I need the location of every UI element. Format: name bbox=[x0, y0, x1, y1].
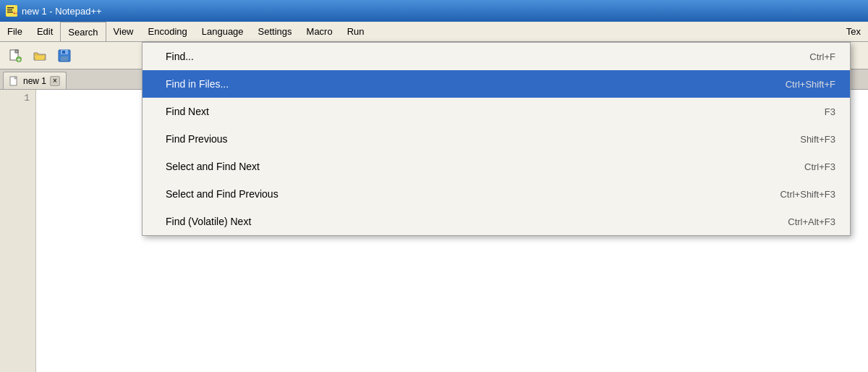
open-icon bbox=[33, 48, 47, 63]
menu-macro[interactable]: Macro bbox=[299, 22, 340, 41]
search-dropdown-menu: Find... Ctrl+F Find in Files... Ctrl+Shi… bbox=[142, 42, 851, 236]
svg-rect-12 bbox=[61, 56, 68, 61]
menu-item-find[interactable]: Find... Ctrl+F bbox=[142, 43, 850, 70]
save-icon bbox=[57, 48, 72, 63]
find-volatile-next-label: Find (Volatile) Next bbox=[166, 216, 251, 227]
menu-item-select-find-previous[interactable]: Select and Find Previous Ctrl+Shift+F3 bbox=[142, 180, 850, 208]
menu-settings[interactable]: Settings bbox=[251, 22, 299, 41]
menu-item-select-find-next[interactable]: Select and Find Next Ctrl+F3 bbox=[142, 153, 850, 180]
find-volatile-next-shortcut: Ctrl+Alt+F3 bbox=[788, 216, 835, 227]
menu-item-find-in-files[interactable]: Find in Files... Ctrl+Shift+F bbox=[142, 70, 850, 98]
menu-run[interactable]: Run bbox=[340, 22, 372, 41]
find-label: Find... bbox=[166, 51, 194, 62]
open-button[interactable] bbox=[28, 45, 51, 67]
title-bar: ++ new 1 - Notepad++ bbox=[0, 0, 868, 22]
svg-rect-11 bbox=[62, 51, 65, 54]
select-find-previous-shortcut: Ctrl+Shift+F3 bbox=[780, 189, 835, 200]
line-numbers: 1 bbox=[0, 90, 36, 372]
line-number-1: 1 bbox=[6, 93, 30, 103]
tab-new1[interactable]: new 1 × bbox=[3, 72, 67, 89]
menu-bar: File Edit Search View Encoding Language … bbox=[0, 22, 868, 42]
svg-text:++: ++ bbox=[13, 11, 17, 16]
menu-item-find-next[interactable]: Find Next F3 bbox=[142, 98, 850, 125]
menu-file[interactable]: File bbox=[0, 22, 30, 41]
find-next-shortcut: F3 bbox=[825, 106, 835, 117]
find-in-files-label: Find in Files... bbox=[166, 78, 229, 90]
menu-search[interactable]: Search bbox=[60, 22, 106, 41]
menu-item-find-volatile-next[interactable]: Find (Volatile) Next Ctrl+Alt+F3 bbox=[142, 208, 850, 235]
svg-rect-1 bbox=[7, 7, 14, 9]
select-find-next-label: Select and Find Next bbox=[166, 161, 260, 172]
tab-label: new 1 bbox=[23, 76, 46, 86]
svg-text:+: + bbox=[17, 56, 21, 63]
svg-rect-2 bbox=[7, 9, 12, 11]
new-icon: + bbox=[8, 48, 22, 63]
menu-edit[interactable]: Edit bbox=[30, 22, 60, 41]
tab-close-button[interactable]: × bbox=[50, 76, 60, 86]
select-find-next-shortcut: Ctrl+F3 bbox=[804, 161, 835, 172]
menu-item-find-previous[interactable]: Find Previous Shift+F3 bbox=[142, 125, 850, 153]
find-previous-shortcut: Shift+F3 bbox=[800, 134, 835, 145]
find-shortcut: Ctrl+F bbox=[809, 51, 835, 62]
menu-view[interactable]: View bbox=[106, 22, 141, 41]
svg-rect-14 bbox=[14, 77, 17, 79]
new-button[interactable]: + bbox=[4, 45, 27, 67]
menu-language[interactable]: Language bbox=[195, 22, 251, 41]
app-icon: ++ bbox=[6, 5, 17, 17]
tab-file-icon bbox=[9, 76, 20, 86]
find-next-label: Find Next bbox=[166, 106, 209, 117]
find-previous-label: Find Previous bbox=[166, 133, 228, 145]
select-find-previous-label: Select and Find Previous bbox=[166, 188, 278, 200]
menu-tex[interactable]: Tex bbox=[839, 22, 868, 41]
svg-rect-6 bbox=[15, 50, 18, 53]
svg-rect-3 bbox=[7, 12, 13, 13]
find-in-files-shortcut: Ctrl+Shift+F bbox=[786, 79, 835, 90]
window-title: new 1 - Notepad++ bbox=[22, 6, 102, 17]
menu-encoding[interactable]: Encoding bbox=[141, 22, 195, 41]
save-button[interactable] bbox=[53, 45, 76, 67]
